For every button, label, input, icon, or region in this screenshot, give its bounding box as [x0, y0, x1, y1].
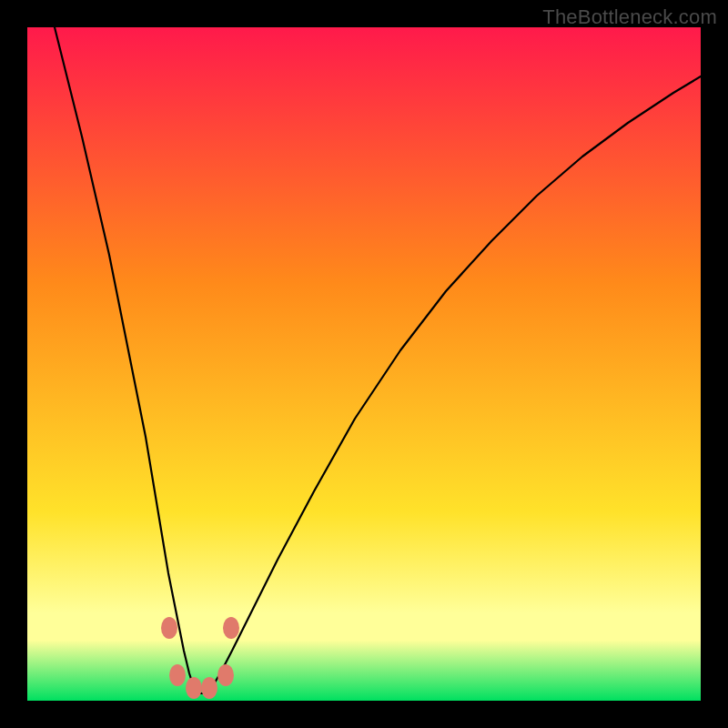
watermark-text: TheBottleneck.com: [542, 5, 717, 29]
dip-marker-0: [161, 617, 177, 639]
dip-marker-3: [186, 677, 202, 699]
chart-svg: [27, 27, 701, 701]
dip-marker-4: [201, 677, 217, 699]
gradient-background: [27, 27, 701, 701]
chart-frame: TheBottleneck.com: [0, 0, 728, 728]
dip-marker-5: [217, 664, 234, 686]
dip-marker-1: [223, 617, 239, 639]
plot-area: [27, 27, 701, 701]
dip-marker-2: [169, 664, 186, 686]
